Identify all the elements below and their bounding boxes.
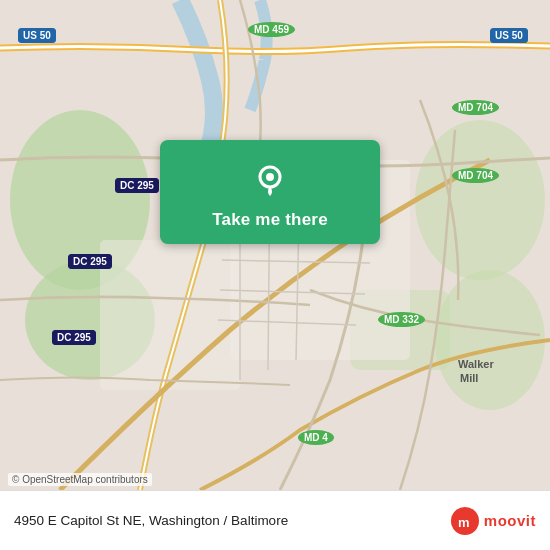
map-view: Walker Mill US 50 US 50 MD 459 MD 704 MD…: [0, 0, 550, 490]
road-label-md704-1: MD 704: [452, 100, 499, 115]
road-label-dc295-1: DC 295: [115, 178, 159, 193]
location-pin-icon: [248, 158, 292, 202]
take-me-there-button[interactable]: Take me there: [212, 210, 328, 230]
road-label-md459: MD 459: [248, 22, 295, 37]
road-label-md704-2: MD 704: [452, 168, 499, 183]
moovit-brand-label: moovit: [484, 512, 536, 529]
svg-text:m: m: [458, 515, 470, 530]
svg-point-20: [266, 173, 274, 181]
svg-point-4: [435, 270, 545, 410]
moovit-logo: m moovit: [451, 507, 536, 535]
svg-text:Walker: Walker: [458, 358, 494, 370]
road-label-us50-nw: US 50: [18, 28, 56, 43]
road-label-dc295-2: DC 295: [68, 254, 112, 269]
road-label-dc295-3: DC 295: [52, 330, 96, 345]
take-me-there-overlay[interactable]: Take me there: [160, 140, 380, 244]
road-label-us50-ne: US 50: [490, 28, 528, 43]
bottom-bar: 4950 E Capitol St NE, Washington / Balti…: [0, 490, 550, 550]
moovit-brand-icon: m: [451, 507, 479, 535]
road-label-md332: MD 332: [378, 312, 425, 327]
svg-text:Mill: Mill: [460, 372, 478, 384]
road-label-md4: MD 4: [298, 430, 334, 445]
address-text: 4950 E Capitol St NE, Washington / Balti…: [14, 513, 288, 528]
map-attribution: © OpenStreetMap contributors: [8, 473, 152, 486]
